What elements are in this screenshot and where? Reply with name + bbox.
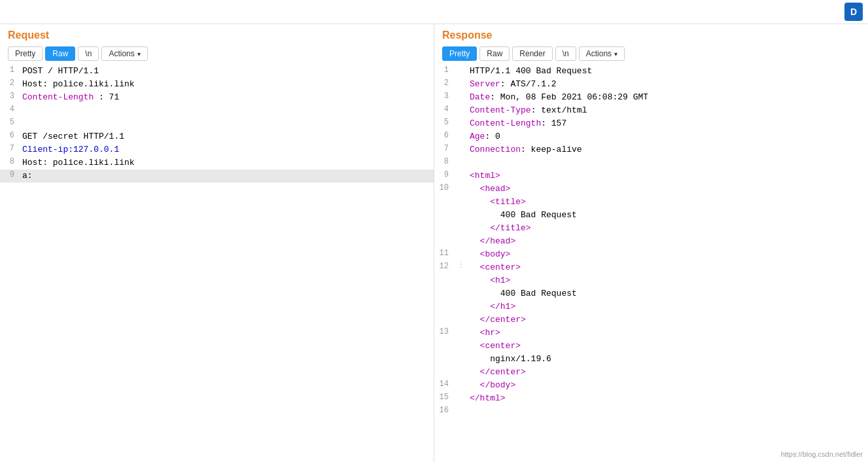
response-line-title-close: </title>: [434, 222, 868, 235]
response-line-10: 10 <head>: [434, 183, 868, 196]
request-line-2: 2 Host: police.liki.link: [0, 78, 434, 91]
request-toolbar: Pretty Raw \n Actions ▾: [8, 46, 426, 61]
response-tab-raw[interactable]: Raw: [479, 46, 510, 61]
response-line-16: 16: [434, 405, 868, 418]
response-line-center-close: </center>: [434, 313, 868, 327]
request-tab-pretty[interactable]: Pretty: [8, 46, 43, 61]
request-actions-label: Actions: [109, 49, 134, 58]
request-line-6: 6 GET /secret HTTP/1.1: [0, 130, 434, 143]
response-header: Response Pretty Raw Render \n Actions ▾: [434, 24, 868, 65]
response-line-14: 14 </body>: [434, 379, 868, 392]
response-panel: Response Pretty Raw Render \n Actions ▾ …: [434, 24, 868, 462]
response-line-9: 9 <html>: [434, 169, 868, 183]
request-line-8: 8 Host: police.liki.link: [0, 156, 434, 169]
request-panel: Request Pretty Raw \n Actions ▾ 1 POST /…: [0, 24, 434, 462]
watermark: https://blog.csdn.net/fidler: [781, 450, 863, 458]
response-line-3: 3 Date: Mon, 08 Feb 2021 06:08:29 GMT: [434, 91, 868, 104]
response-line-7: 7 Connection: keep-alive: [434, 143, 868, 156]
request-tab-newline[interactable]: \n: [78, 46, 99, 61]
response-line-15: 15 </html>: [434, 392, 868, 405]
request-title: Request: [8, 29, 426, 41]
request-actions-button[interactable]: Actions ▾: [101, 46, 147, 61]
response-line-h1-close: </h1>: [434, 300, 868, 313]
logo-icon: D: [844, 3, 863, 21]
response-actions-label: Actions: [586, 49, 612, 58]
response-tab-newline[interactable]: \n: [555, 46, 576, 61]
response-line-nginx: nginx/1.19.6: [434, 353, 868, 366]
request-line-3: 3 Content-Length : 71: [0, 91, 434, 104]
response-line-2: 2 Server: ATS/7.1.2: [434, 78, 868, 91]
request-actions-chevron-icon: ▾: [137, 50, 141, 58]
response-line-4: 4 Content-Type: text/html: [434, 104, 868, 117]
response-tab-render[interactable]: Render: [512, 46, 552, 61]
response-toolbar: Pretty Raw Render \n Actions ▾: [442, 46, 860, 61]
response-actions-button[interactable]: Actions ▾: [579, 46, 625, 61]
top-bar: D: [0, 0, 868, 24]
request-code-area: 1 POST / HTTP/1.1 2 Host: police.liki.li…: [0, 65, 434, 462]
response-title: Response: [442, 29, 860, 41]
response-line-6: 6 Age: 0: [434, 130, 868, 143]
request-line-1: 1 POST / HTTP/1.1: [0, 65, 434, 78]
response-actions-chevron-icon: ▾: [614, 50, 617, 58]
response-line-center2-close: </center>: [434, 366, 868, 379]
request-tab-raw[interactable]: Raw: [45, 46, 75, 61]
response-line-12: 12 ⋮ <center>: [434, 261, 868, 274]
response-line-1: 1 HTTP/1.1 400 Bad Request: [434, 65, 868, 78]
response-line-11: 11 <body>: [434, 248, 868, 261]
response-tab-pretty[interactable]: Pretty: [442, 46, 477, 61]
request-line-7: 7 Client-ip:127.0.0.1: [0, 143, 434, 156]
response-line-8: 8: [434, 156, 868, 169]
response-line-13: 13 <hr>: [434, 327, 868, 340]
response-line-5: 5 Content-Length: 157: [434, 117, 868, 130]
response-line-title-open: <title>: [434, 196, 868, 209]
response-line-center2-open: <center>: [434, 340, 868, 353]
request-line-5: 5: [0, 117, 434, 130]
response-code-area: 1 HTTP/1.1 400 Bad Request 2 Server: ATS…: [434, 65, 868, 462]
request-header: Request Pretty Raw \n Actions ▾: [0, 24, 434, 65]
request-line-9: 9 a:: [0, 169, 434, 183]
response-line-h1-open: <h1>: [434, 274, 868, 287]
request-line-4: 4: [0, 104, 434, 117]
response-line-head-close: </head>: [434, 235, 868, 248]
response-line-title-content: 400 Bad Request: [434, 209, 868, 222]
response-line-h1-content: 400 Bad Request: [434, 287, 868, 300]
